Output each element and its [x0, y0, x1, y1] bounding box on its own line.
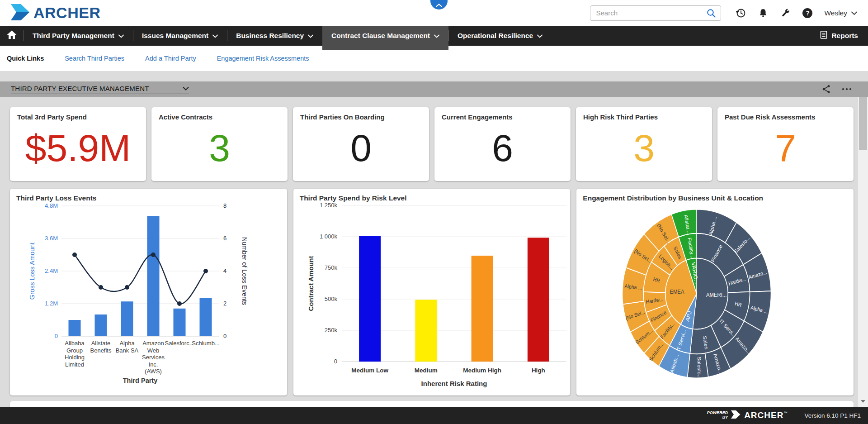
- chevron-down-icon: [851, 9, 857, 17]
- user-name: Wesley: [824, 9, 847, 17]
- chevron-down-icon: [434, 32, 439, 40]
- archer-footer-logo: [731, 410, 741, 421]
- user-menu[interactable]: Wesley: [824, 9, 857, 17]
- svg-text:Amazon: Amazon: [142, 340, 164, 347]
- chevron-up-icon: [436, 1, 442, 9]
- svg-text:500k: 500k: [324, 295, 337, 302]
- chart-title: Third Party Spend by Risk Level: [300, 194, 564, 202]
- dashboard-title: THIRD PARTY EXECUTIVE MANAGEMENT: [11, 85, 149, 92]
- kpi-card-third-parties-on-boarding[interactable]: Third Parties On Boarding 0: [293, 107, 429, 181]
- next-widget-partial: [10, 401, 854, 407]
- powered-by-label: POWERED BY: [704, 411, 728, 420]
- link-search-third-parties[interactable]: Search Third Parties: [65, 55, 124, 62]
- more-options-icon[interactable]: [842, 88, 852, 91]
- svg-text:ARCHER: ARCHER: [33, 4, 100, 21]
- svg-text:Inc.: Inc.: [149, 361, 158, 368]
- top-bar: ARCHER ? Wesley: [0, 0, 868, 26]
- chevron-down-icon: [537, 32, 542, 40]
- svg-text:4: 4: [223, 267, 226, 274]
- notifications-bell-icon[interactable]: [758, 8, 768, 18]
- kpi-value: 3: [583, 121, 705, 175]
- svg-text:Inherent Risk Rating: Inherent Risk Rating: [421, 380, 487, 387]
- version-label: Version 6.10 P1 HF1: [804, 412, 861, 419]
- chart-engagement-distribution[interactable]: Engagement Distribution by Business Unit…: [576, 189, 854, 395]
- scrollbar-thumb[interactable]: [859, 97, 867, 150]
- svg-text:Salesforc...: Salesforc...: [165, 340, 194, 347]
- archer-logo: ARCHER: [11, 3, 115, 23]
- kpi-label: High Risk Third Parties: [583, 113, 705, 121]
- kpi-card-past-due-risk-assessments[interactable]: Past Due Risk Assessments 7: [717, 107, 854, 181]
- search-icon[interactable]: [706, 8, 716, 18]
- share-icon[interactable]: [822, 85, 831, 94]
- svg-text:250k: 250k: [324, 327, 337, 333]
- svg-text:2.4M: 2.4M: [45, 267, 58, 274]
- svg-text:Group: Group: [66, 347, 83, 354]
- svg-text:Medium Low: Medium Low: [351, 367, 388, 374]
- dashboard-selector[interactable]: THIRD PARTY EXECUTIVE MANAGEMENT: [11, 84, 189, 94]
- svg-text:Holding: Holding: [65, 354, 85, 361]
- chart-title: Engagement Distribution by Business Unit…: [583, 194, 847, 202]
- svg-text:Allstate: Allstate: [91, 340, 111, 347]
- scrollbar-down-arrow[interactable]: [858, 400, 868, 403]
- svg-text:Services: Services: [142, 354, 165, 361]
- footer-brand-name: ARCHER: [744, 410, 783, 420]
- kpi-value: 6: [442, 121, 563, 175]
- link-engagement-risk-assessments[interactable]: Engagement Risk Assessments: [217, 55, 309, 62]
- search-box: [590, 5, 721, 21]
- svg-text:AMERI...: AMERI...: [706, 292, 726, 299]
- spend-by-risk-bar-chart: 0250k500k750k1 000k1 250kMedium LowMediu…: [300, 202, 571, 393]
- kpi-label: Past Due Risk Assessments: [725, 113, 846, 121]
- chevron-down-icon: [308, 32, 313, 40]
- footer: POWERED BY ARCHER ™ Version 6.10 P1 HF1: [0, 407, 868, 424]
- nav-item-business-resiliency[interactable]: Business Resiliency: [227, 26, 322, 46]
- svg-text:Schlumb...: Schlumb...: [192, 340, 219, 347]
- tools-wrench-icon[interactable]: [780, 8, 791, 19]
- svg-text:Medium: Medium: [415, 367, 438, 374]
- kpi-row: Total 3rd Party Spend $5.9M Active Contr…: [10, 107, 854, 181]
- svg-text:Bank SA: Bank SA: [116, 347, 139, 354]
- help-icon[interactable]: ?: [802, 8, 812, 18]
- kpi-value: $5.9M: [17, 121, 139, 175]
- chart-third-party-loss-events[interactable]: Third Party Loss Events 001.2M22.4M43.6M…: [10, 189, 287, 395]
- svg-text:750k: 750k: [324, 264, 337, 271]
- nav-item-third-party-management[interactable]: Third Party Management: [24, 26, 133, 46]
- powered-by-block: POWERED BY ARCHER ™: [704, 410, 787, 421]
- vertical-scrollbar[interactable]: [858, 97, 868, 407]
- svg-text:3.6M: 3.6M: [45, 235, 58, 242]
- svg-text:8: 8: [223, 202, 226, 209]
- kpi-value: 7: [725, 121, 846, 175]
- kpi-card-high-risk-third-parties[interactable]: High Risk Third Parties 3: [576, 107, 712, 181]
- nav-item-contract-clause-management[interactable]: Contract Clause Management: [322, 26, 448, 46]
- charts-row: Third Party Loss Events 001.2M22.4M43.6M…: [10, 189, 854, 395]
- chevron-down-icon: [212, 32, 218, 40]
- svg-text:0: 0: [223, 333, 226, 339]
- kpi-value: 3: [159, 121, 280, 175]
- nav-item-operational-resilience[interactable]: Operational Resilience: [448, 26, 552, 46]
- reports-button[interactable]: Reports: [810, 26, 868, 46]
- svg-text:1.2M: 1.2M: [45, 300, 58, 307]
- home-button[interactable]: [0, 26, 24, 46]
- svg-text:Third Party: Third Party: [123, 377, 158, 384]
- svg-text:Alpha: Alpha: [119, 340, 135, 347]
- svg-text:Web: Web: [147, 347, 160, 354]
- quick-links-bar: Quick Links Search Third Parties Add a T…: [0, 46, 868, 71]
- loss-events-combo-chart: 001.2M22.4M43.6M64.8M8AlibabaGroupHoldin…: [16, 202, 278, 393]
- search-input[interactable]: [595, 9, 706, 17]
- kpi-card-active-contracts[interactable]: Active Contracts 3: [151, 107, 288, 181]
- history-icon[interactable]: [736, 8, 746, 19]
- svg-text:(AWS): (AWS): [145, 368, 162, 375]
- chart-third-party-spend-by-risk-level[interactable]: Third Party Spend by Risk Level 0250k500…: [293, 189, 571, 395]
- svg-text:Alibaba: Alibaba: [65, 340, 85, 347]
- trademark: ™: [783, 411, 787, 415]
- engagement-sunburst-chart: AMERI...APJEMEAVARIO...FinanceHardw...HR…: [622, 209, 772, 379]
- home-icon: [7, 30, 17, 41]
- svg-text:1 250k: 1 250k: [320, 202, 338, 209]
- nav-item-issues-management[interactable]: Issues Management: [133, 26, 227, 46]
- quick-links-label: Quick Links: [7, 55, 44, 62]
- collapse-header-tab[interactable]: [430, 0, 448, 10]
- kpi-card-total-3rd-party-spend[interactable]: Total 3rd Party Spend $5.9M: [10, 107, 146, 181]
- link-add-a-third-party[interactable]: Add a Third Party: [145, 55, 196, 62]
- svg-text:0: 0: [334, 358, 337, 365]
- kpi-card-current-engagements[interactable]: Current Engagements 6: [434, 107, 571, 181]
- main-nav: Third Party Management Issues Management…: [0, 26, 868, 46]
